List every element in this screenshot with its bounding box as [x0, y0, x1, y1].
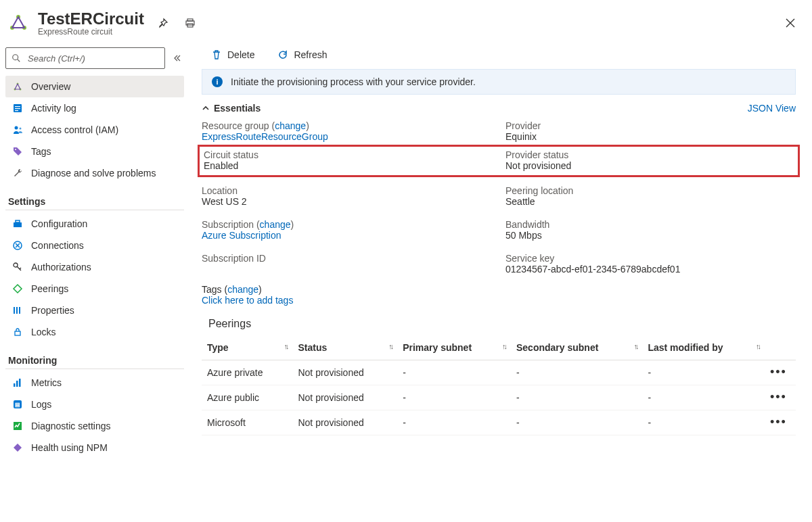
nav-label: Diagnose and solve problems: [31, 168, 156, 179]
nav-properties[interactable]: Properties: [5, 300, 184, 321]
logs-icon: ▤: [12, 399, 23, 410]
nav-label: Tags: [31, 146, 51, 157]
tags-label: Tags: [202, 284, 222, 295]
info-text: Initiate the provisioning process with y…: [231, 76, 476, 87]
col-primary[interactable]: Primary subnet↑↓: [397, 335, 511, 360]
sort-icon: ↑↓: [756, 342, 759, 350]
add-tags-link[interactable]: Click here to add tags: [202, 295, 293, 306]
nav-configuration[interactable]: Configuration: [5, 213, 184, 235]
service-key-label: Service key: [505, 253, 796, 264]
nav-peerings[interactable]: Peerings: [5, 278, 184, 300]
nav-label: Activity log: [31, 103, 76, 114]
nav-overview[interactable]: Overview: [5, 76, 184, 97]
table-row[interactable]: Azure privateNot provisioned---•••: [202, 360, 796, 385]
col-type[interactable]: Type↑↓: [202, 335, 292, 360]
subscription-label: Subscription: [202, 219, 254, 230]
col-status[interactable]: Status↑↓: [292, 335, 397, 360]
nav-activity-log[interactable]: Activity log: [5, 97, 184, 119]
toolbox-icon: [12, 218, 23, 229]
provider-label: Provider: [505, 120, 796, 131]
circuit-status-value: Enabled: [204, 160, 492, 171]
trash-icon: [211, 49, 222, 60]
metrics-icon: [12, 377, 23, 388]
iam-icon: [12, 124, 23, 135]
nav-label: Connections: [31, 240, 84, 251]
nav-metrics[interactable]: Metrics: [5, 372, 184, 394]
svg-rect-24: [19, 307, 20, 314]
svg-rect-22: [14, 307, 15, 314]
col-secondary[interactable]: Secondary subnet↑↓: [511, 335, 642, 360]
svg-rect-25: [15, 331, 20, 335]
nav-authorizations[interactable]: Authorizations: [5, 256, 184, 278]
search-box[interactable]: [5, 47, 165, 69]
peerings-heading: Peerings: [208, 318, 796, 330]
chevron-up-icon: [202, 104, 210, 112]
table-row[interactable]: MicrosoftNot provisioned---•••: [202, 410, 796, 435]
essentials-title: Essentials: [214, 103, 261, 114]
close-icon: [785, 18, 796, 28]
col-modified[interactable]: Last modified by↑↓: [642, 335, 765, 360]
svg-point-15: [15, 126, 18, 130]
row-menu-button[interactable]: •••: [770, 365, 787, 379]
blade-header: TestERCircuit ExpressRoute circuit: [0, 0, 812, 41]
table-row[interactable]: Azure publicNot provisioned---•••: [202, 385, 796, 410]
nav-locks[interactable]: Locks: [5, 321, 184, 343]
subscription-value[interactable]: Azure Subscription: [202, 230, 281, 241]
collapse-sidebar-button[interactable]: [171, 51, 184, 65]
nav-label: Authorizations: [31, 262, 91, 272]
nav-diagnostic-settings[interactable]: Diagnostic settings: [5, 415, 184, 437]
pin-icon: [158, 18, 168, 28]
refresh-icon: [277, 49, 288, 60]
rg-change-link[interactable]: change: [275, 120, 306, 131]
nav-logs[interactable]: ▤Logs: [5, 394, 184, 415]
peering-location-value: Seattle: [505, 196, 796, 207]
activity-log-icon: [12, 103, 23, 114]
provider-status-label: Provider status: [505, 149, 794, 160]
nav-label: Access control (IAM): [31, 124, 118, 135]
search-input[interactable]: [26, 53, 159, 64]
cmd-label: Delete: [227, 49, 254, 60]
svg-rect-28: [19, 379, 21, 387]
nav-label: Diagnostic settings: [31, 421, 111, 431]
print-button[interactable]: [182, 15, 198, 31]
page-title: TestERCircuit: [38, 9, 144, 28]
nav-diagnose[interactable]: Diagnose and solve problems: [5, 162, 184, 184]
pin-button[interactable]: [155, 15, 171, 31]
subscription-change-link[interactable]: change: [260, 219, 291, 230]
refresh-button[interactable]: Refresh: [273, 49, 331, 61]
row-menu-button[interactable]: •••: [770, 415, 787, 429]
nav-tags[interactable]: Tags: [5, 141, 184, 162]
health-icon: [12, 442, 23, 453]
svg-rect-18: [14, 222, 22, 227]
tags-change-link[interactable]: change: [227, 284, 258, 295]
nav-connections[interactable]: Connections: [5, 235, 184, 256]
page-subtitle: ExpressRoute circuit: [38, 27, 144, 37]
json-view-link[interactable]: JSON View: [748, 103, 796, 114]
delete-button[interactable]: Delete: [207, 49, 258, 61]
nav-access-control[interactable]: Access control (IAM): [5, 119, 184, 141]
svg-text:▤: ▤: [15, 402, 20, 408]
service-key-value: 01234567-abcd-ef01-2345-6789abcdef01: [505, 264, 796, 275]
svg-rect-13: [15, 108, 20, 109]
nav-section-monitoring: Monitoring: [5, 348, 184, 369]
status-highlight-box: Circuit status Enabled Provider status N…: [198, 145, 800, 177]
circuit-status-label: Circuit status: [204, 149, 492, 160]
svg-rect-12: [15, 106, 20, 107]
nav-health-npm[interactable]: Health using NPM: [5, 437, 184, 458]
nav-label: Overview: [31, 81, 70, 92]
nav-label: Logs: [31, 399, 51, 410]
expressroute-small-icon: [12, 81, 23, 92]
close-button[interactable]: [782, 15, 798, 31]
chevron-double-left-icon: [173, 54, 181, 62]
row-menu-button[interactable]: •••: [770, 390, 787, 404]
essentials-toggle[interactable]: Essentials: [202, 103, 261, 114]
nav-label: Peerings: [31, 283, 68, 294]
provider-status-value: Not provisioned: [505, 160, 794, 171]
key-icon: [12, 262, 23, 272]
search-icon: [12, 53, 21, 63]
location-value: West US 2: [202, 196, 492, 207]
peerings-icon: [12, 283, 23, 294]
nav-label: Configuration: [31, 218, 87, 229]
rg-value[interactable]: ExpressRouteResourceGroup: [202, 131, 328, 142]
subscription-id-label: Subscription ID: [202, 253, 492, 264]
